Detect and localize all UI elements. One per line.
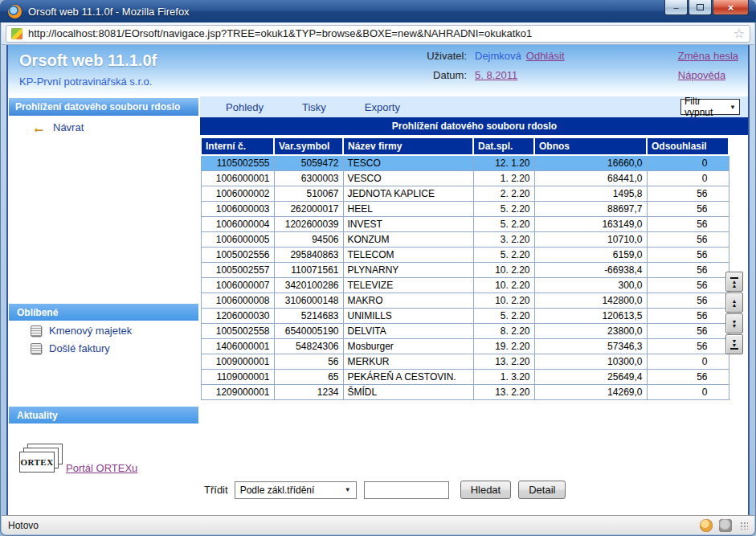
addon-gray-icon[interactable] bbox=[719, 519, 732, 532]
sort-select[interactable]: Podle zákl.třídění ▼ bbox=[235, 481, 357, 499]
sidebar-item-navrat[interactable]: ← Návrat bbox=[32, 121, 84, 134]
table-cell: 56 bbox=[647, 370, 729, 385]
table-cell: 54824306 bbox=[274, 339, 343, 354]
table-row[interactable]: 1005002557110071561PLYNARNY10. 2.20-6693… bbox=[201, 263, 729, 278]
table-row[interactable]: 10050025586540005190DELVITA8. 2.2023800,… bbox=[201, 324, 729, 339]
minimize-button[interactable]: – bbox=[664, 0, 688, 15]
scroll-last-button[interactable]: ▼ ▼ bbox=[725, 334, 743, 354]
table-cell: 1005002558 bbox=[201, 324, 274, 339]
table-cell: TESCO bbox=[343, 155, 473, 171]
table-cell: 10710,0 bbox=[534, 232, 647, 248]
table-cell: 262000017 bbox=[274, 202, 343, 217]
table-cell: 1109000001 bbox=[201, 370, 274, 385]
table-row[interactable]: 12090000011234ŠMÍDL13. 2.2014269,00 bbox=[201, 385, 729, 400]
table-cell: 10. 2.20 bbox=[473, 263, 534, 278]
portal-ortexu-link[interactable]: Portál ORTEXu bbox=[66, 462, 137, 474]
table-row[interactable]: 10060000016300003VESCO1. 2.2068441,00 bbox=[201, 171, 729, 186]
record-scroll-buttons: ▲ ▲ ▲ ▲ ▼ ▼ ▼ ▼ bbox=[725, 272, 743, 355]
table-cell: 56 bbox=[647, 248, 729, 263]
table-cell: Mosburger bbox=[343, 339, 473, 354]
bookmark-star-icon[interactable]: ☆ bbox=[734, 27, 745, 40]
table-cell: KONZUM bbox=[343, 232, 473, 248]
table-cell: 1105002555 bbox=[201, 155, 274, 171]
table-cell: JEDNOTA KAPLICE bbox=[343, 186, 473, 202]
table-row[interactable]: 1006000003262000017HEEL5. 2.2088697,756 bbox=[201, 202, 729, 217]
table-cell: 1406000001 bbox=[201, 339, 274, 354]
chevron-down-icon: ▼ bbox=[345, 486, 351, 493]
table-row[interactable]: 11050025555059472TESCO12. 1.2016660,00 bbox=[201, 155, 729, 171]
table-cell: 56 bbox=[647, 324, 729, 339]
user-label: Uživatel: bbox=[414, 50, 467, 62]
table-cell: 56 bbox=[647, 202, 729, 217]
search-input[interactable] bbox=[364, 481, 449, 499]
table-cell: 12. 1.20 bbox=[473, 155, 534, 171]
table-row[interactable]: 100900000156MERKUR13. 2.2010300,00 bbox=[201, 354, 729, 370]
table-cell: 0 bbox=[647, 385, 729, 400]
sort-select-value: Podle zákl.třídění bbox=[240, 485, 315, 496]
table-cell: 5059472 bbox=[274, 155, 343, 171]
table-cell: PLYNARNY bbox=[343, 263, 473, 278]
column-header: Dat.spl. bbox=[473, 137, 534, 155]
table-row[interactable]: 1006000002510067JEDNOTA KAPLICE2. 2.2014… bbox=[201, 186, 729, 202]
user-name: Dejmková bbox=[475, 50, 521, 62]
column-header: Odsouhlasil bbox=[647, 137, 729, 155]
table-cell: 56 bbox=[647, 263, 729, 278]
table-cell: 65 bbox=[274, 370, 343, 385]
logout-link[interactable]: Odhlásit bbox=[526, 50, 565, 62]
table-row[interactable]: 10060000041202600039INVEST5. 2.20163149,… bbox=[201, 217, 729, 232]
table-cell: 1209000001 bbox=[201, 385, 274, 400]
sidebar-panel-title: Prohlížení datového souboru rdoslo bbox=[9, 98, 198, 116]
menu-item-exporty[interactable]: Exporty bbox=[365, 101, 400, 113]
table-row[interactable]: 10060000073420100286TELEVIZE10. 2.20300,… bbox=[201, 278, 729, 293]
table-cell: 57346,3 bbox=[534, 339, 647, 354]
table-cell: 510067 bbox=[274, 186, 343, 202]
favorite-label: Došlé faktury bbox=[49, 342, 110, 354]
close-button[interactable]: × bbox=[713, 0, 749, 15]
table-cell: 56 bbox=[647, 278, 729, 293]
table-row[interactable]: 140600000154824306Mosburger19. 2.2057346… bbox=[201, 339, 729, 354]
table-row[interactable]: 100600000594506KONZUM3. 2.2010710,056 bbox=[201, 232, 729, 248]
search-button[interactable]: Hledat bbox=[460, 481, 512, 499]
detail-button[interactable]: Detail bbox=[518, 481, 566, 499]
app-title: Orsoft web 11.1.0f bbox=[19, 51, 157, 70]
table-cell: 142800,0 bbox=[534, 293, 647, 309]
chevron-down-icon: ▼ bbox=[729, 104, 736, 111]
main-panel: PohledyTiskyExporty Filtr vypnut ▼ Prohl… bbox=[199, 96, 748, 515]
url-text[interactable]: http://localhost:8081/EOrsoft/navigace.j… bbox=[28, 27, 734, 39]
date-link[interactable]: 5. 8.2011 bbox=[475, 69, 517, 81]
table-row[interactable]: 12060000305214683UNIMILLS5. 2.20120613,5… bbox=[201, 309, 729, 324]
filter-select[interactable]: Filtr vypnut ▼ bbox=[680, 99, 740, 115]
table-cell: 1006000002 bbox=[201, 186, 274, 202]
table-cell: 19. 2.20 bbox=[473, 339, 534, 354]
addon-monkey-icon[interactable] bbox=[700, 519, 713, 532]
table-cell: 0 bbox=[647, 171, 729, 186]
navigation-toolbar: http://localhost:8081/EOrsoft/navigace.j… bbox=[2, 23, 754, 45]
scroll-up-button[interactable]: ▲ ▲ bbox=[725, 293, 743, 313]
scroll-down-button[interactable]: ▼ ▼ bbox=[725, 313, 743, 333]
url-bar[interactable]: http://localhost:8081/EOrsoft/navigace.j… bbox=[6, 25, 750, 43]
favorites-section-header: Oblíbené bbox=[9, 304, 198, 321]
menu-item-tisky[interactable]: Tisky bbox=[302, 101, 326, 113]
table-cell: 3106000148 bbox=[274, 293, 343, 309]
sidebar: Prohlížení datového souboru rdoslo ← Náv… bbox=[8, 96, 199, 515]
table-row[interactable]: 1005002556295840863TELECOM5. 2.206159,05… bbox=[201, 248, 729, 263]
favorite-label: Kmenový majetek bbox=[49, 325, 132, 337]
menu-item-pohledy[interactable]: Pohledy bbox=[226, 101, 264, 113]
resize-grip[interactable] bbox=[740, 522, 748, 530]
sidebar-item-kmenov-majetek[interactable]: Kmenový majetek bbox=[31, 325, 132, 337]
table-cell: 56 bbox=[647, 186, 729, 202]
table-cell: 0 bbox=[647, 155, 729, 171]
maximize-button[interactable] bbox=[689, 0, 712, 15]
filter-select-value: Filtr vypnut bbox=[684, 96, 729, 118]
scroll-first-button[interactable]: ▲ ▲ bbox=[725, 272, 743, 292]
sidebar-item-do-l-faktury[interactable]: Došlé faktury bbox=[31, 342, 132, 354]
table-row[interactable]: 10060000083106000148MAKRO10. 2.20142800,… bbox=[201, 293, 729, 309]
table-row[interactable]: 110900000165PEKÁREŇ A CESTOVIN.1. 3.2025… bbox=[201, 370, 729, 385]
table-cell: 300,0 bbox=[534, 278, 647, 293]
table-cell: 10. 2.20 bbox=[473, 293, 534, 309]
help-link[interactable]: Nápověda bbox=[678, 69, 725, 81]
table-body: 11050025555059472TESCO12. 1.2016660,0010… bbox=[201, 155, 729, 400]
change-password-link[interactable]: Změna hesla bbox=[678, 50, 738, 62]
table-cell: ŠMÍDL bbox=[343, 385, 473, 400]
table-cell: 8. 2.20 bbox=[473, 324, 534, 339]
